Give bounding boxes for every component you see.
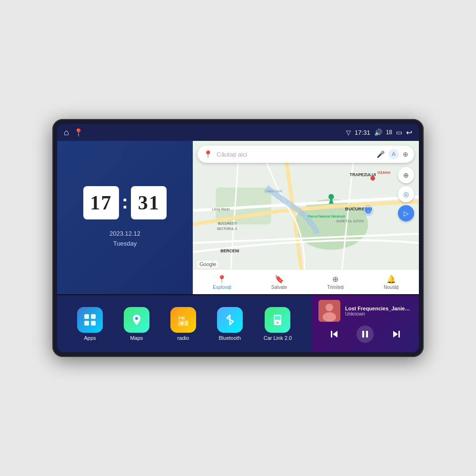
volume-icon[interactable]: 🔊 [374,129,382,136]
map-navigate-btn[interactable]: ▷ [398,205,414,221]
music-album-art [318,300,340,322]
app-item-radio[interactable]: FM radio [170,307,196,341]
play-pause-button[interactable] [357,326,374,343]
map-account-icon[interactable]: A [388,149,399,159]
app-item-maps[interactable]: Maps [124,307,149,341]
svg-text:JUDEȚUL ILFOV: JUDEȚUL ILFOV [336,219,365,223]
svg-point-39 [323,312,336,322]
map-pin-icon: 📍 [203,150,213,159]
svg-rect-26 [91,321,96,326]
saved-label: Salvate [271,285,287,290]
status-right-info: ▽ 17:31 🔊 18 ▭ ↩ [346,128,412,137]
clock-date: 2023.12.12 Tuesday [109,229,140,249]
bluetooth-icon [217,307,243,333]
svg-rect-25 [84,321,89,326]
svg-point-38 [326,304,333,311]
app-item-carlink[interactable]: Car Link 2.0 [264,307,292,341]
car-head-unit: ⌂ 📍 ▽ 17:31 🔊 18 ▭ ↩ 17 : 31 [52,119,424,357]
svg-marker-44 [393,331,398,337]
radio-label: radio [178,335,189,341]
bottom-section: Apps Maps [57,295,419,352]
status-left-icons: ⌂ 📍 [64,128,83,138]
svg-marker-40 [333,331,337,337]
clock-minutes: 31 [131,186,167,219]
map-location-btn[interactable]: ◎ [398,186,414,202]
maps-nav-icon[interactable]: 📍 [74,128,83,137]
music-panel: Lost Frequencies_Janieck Devy-... Unknow… [312,295,419,352]
map-mic-icon[interactable]: 🎤 [377,150,385,158]
bluetooth-label: Bluetooth [219,335,241,341]
app-item-bluetooth[interactable]: Bluetooth [217,307,243,341]
device-screen: ⌂ 📍 ▽ 17:31 🔊 18 ▭ ↩ 17 : 31 [57,124,419,352]
svg-text:BERCENI: BERCENI [220,248,239,253]
apps-row: Apps Maps [57,295,312,352]
svg-rect-42 [362,331,364,337]
google-logo: Google [198,261,218,268]
svg-text:Parcul Natural Văcărești: Parcul Natural Văcărești [308,215,345,218]
status-bar: ⌂ 📍 ▽ 17:31 🔊 18 ▭ ↩ [57,124,419,141]
music-title: Lost Frequencies_Janieck Devy-... [345,306,412,311]
svg-point-20 [363,205,374,216]
map-panel[interactable]: TRAPEZULUI BUCUREȘTI JUDEȚUL ILFOV BERCE… [193,141,419,294]
svg-text:Splaiul Unirii: Splaiul Unirii [264,189,282,193]
svg-rect-45 [398,331,400,337]
svg-point-27 [135,317,138,320]
music-artist: Unknown [345,311,412,317]
news-label: Noutăți [384,285,399,290]
clock-display: 17 : 31 [83,186,167,219]
send-label: Trimiteți [327,285,344,290]
map-search-text: Căutați aici [217,151,373,158]
svg-rect-43 [366,331,368,337]
svg-point-18 [370,176,375,181]
map-nav-explore[interactable]: 📍 Explorați [213,275,231,290]
top-section: 17 : 31 2023.12.12 Tuesday [57,141,419,294]
svg-rect-41 [331,331,332,337]
map-nav-send[interactable]: ⊕ Trimiteți [327,275,344,290]
back-icon[interactable]: ↩ [406,128,412,137]
music-controls [318,326,412,343]
svg-point-36 [277,322,278,324]
map-nav-news[interactable]: 🔔 Noutăți [384,275,399,290]
svg-text:OZANA: OZANA [377,170,391,175]
clock-hours: 17 [83,186,119,219]
maps-icon-btn [124,307,149,333]
next-button[interactable] [388,326,405,343]
svg-rect-23 [84,314,89,319]
radio-icon: FM [170,307,196,333]
carlink-icon [265,307,290,333]
battery-level: 18 [386,129,392,136]
news-icon: 🔔 [387,275,396,284]
carlink-label: Car Link 2.0 [264,335,292,341]
explore-icon: 📍 [217,275,227,284]
app-item-apps[interactable]: Apps [77,307,103,341]
maps-label: Maps [130,335,143,341]
apps-label: Apps [84,335,96,341]
status-time: 17:31 [355,129,370,136]
clock-panel: 17 : 31 2023.12.12 Tuesday [57,141,193,294]
saved-icon: 🔖 [275,275,284,284]
map-nav-saved[interactable]: 🔖 Salvate [271,275,287,290]
svg-text:Leroy Merlin: Leroy Merlin [212,208,230,211]
map-bottom-nav: 📍 Explorați 🔖 Salvate ⊕ Trimiteți 🔔 [193,269,419,294]
svg-rect-24 [91,314,96,319]
prev-button[interactable] [326,326,343,343]
main-content: 17 : 31 2023.12.12 Tuesday [57,141,419,352]
svg-rect-35 [275,316,280,320]
map-more-icon[interactable]: ⊕ [403,150,408,158]
music-info-row: Lost Frequencies_Janieck Devy-... Unknow… [318,300,412,322]
clock-colon: : [122,191,128,213]
signal-icon: ▽ [346,129,351,136]
svg-text:BUCUREȘTI: BUCUREȘTI [218,222,237,226]
send-icon: ⊕ [332,275,338,284]
map-search-bar[interactable]: 📍 Căutați aici 🎤 A ⊕ [198,146,414,163]
svg-text:FM: FM [178,316,185,320]
music-text: Lost Frequencies_Janieck Devy-... Unknow… [345,306,412,317]
map-controls: ⊕ ◎ ▷ [398,167,414,221]
explore-label: Explorați [213,285,231,290]
svg-text:SECTORUL 4: SECTORUL 4 [217,227,237,230]
battery-icon: ▭ [396,129,402,136]
svg-point-30 [180,322,183,325]
home-icon[interactable]: ⌂ [64,128,69,138]
apps-icon [77,307,103,333]
map-layers-btn[interactable]: ⊕ [398,167,414,183]
